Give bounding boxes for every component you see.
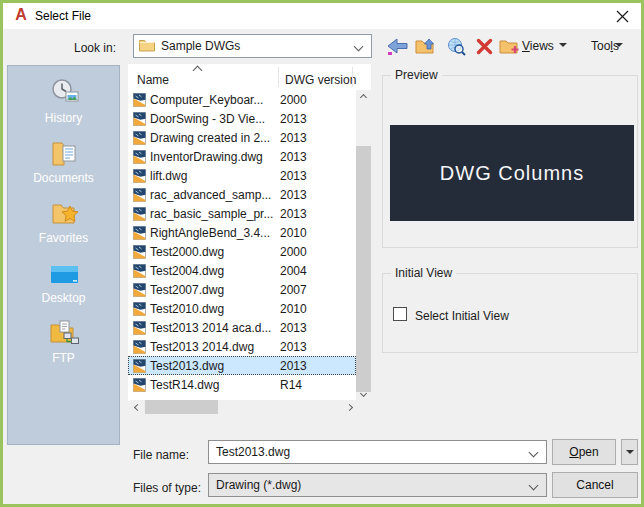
file-row[interactable]: Test2004.dwg 2004 — [128, 261, 356, 280]
file-row[interactable]: Test2007.dwg 2007 — [128, 280, 356, 299]
scroll-right-icon[interactable] — [342, 400, 356, 414]
scroll-up-icon[interactable] — [356, 90, 371, 105]
new-folder-icon[interactable] — [497, 34, 523, 58]
vertical-scrollbar[interactable] — [356, 90, 371, 401]
dwg-file-icon — [133, 245, 146, 259]
horizontal-scrollbar-thumb[interactable] — [145, 400, 218, 414]
scroll-left-icon[interactable] — [130, 400, 144, 414]
sidebar-item-ftp[interactable]: FTP — [8, 314, 119, 374]
sidebar-item-favorites[interactable]: Favorites — [8, 194, 119, 254]
select-initial-view-checkbox[interactable] — [393, 307, 407, 321]
column-divider[interactable] — [278, 67, 279, 87]
documents-icon — [47, 134, 81, 168]
file-row[interactable]: Computer_Keyboar... 2000 — [128, 90, 356, 109]
open-button[interactable]: Open — [552, 439, 616, 465]
file-version: 2013 — [280, 340, 356, 354]
open-dropdown-icon — [626, 450, 634, 454]
column-header-dwg-version[interactable]: DWG version — [285, 73, 356, 87]
horizontal-scrollbar[interactable] — [130, 400, 356, 414]
close-icon[interactable] — [611, 6, 633, 26]
file-name: Test2000.dwg — [150, 245, 224, 259]
column-divider[interactable] — [352, 67, 353, 87]
file-name-label: File name: — [133, 448, 189, 462]
dwg-file-icon — [133, 188, 146, 202]
file-row[interactable]: Test2013 2014.dwg 2013 — [128, 337, 356, 356]
select-file-dialog: A Select File Look in: Sample DWGs — [0, 0, 644, 507]
list-header: Name DWG version — [128, 64, 371, 90]
ftp-icon — [47, 314, 81, 348]
vertical-scrollbar-thumb[interactable] — [356, 146, 371, 392]
dwg-file-icon — [133, 378, 146, 392]
back-icon[interactable] — [384, 34, 410, 58]
tools-dropdown-icon[interactable] — [615, 43, 623, 47]
file-row[interactable]: lift.dwg 2013 — [128, 166, 356, 185]
dwg-file-icon — [133, 283, 146, 297]
file-row[interactable]: RightAngleBend_3.4... 2010 — [128, 223, 356, 242]
dwg-file-icon — [133, 131, 146, 145]
places-sidebar: History Documents Favorites — [7, 65, 120, 445]
chevron-down-icon — [354, 42, 364, 52]
cancel-button[interactable]: Cancel — [552, 472, 638, 498]
file-version: 2013 — [280, 359, 356, 373]
file-name: Drawing created in 2... — [150, 131, 270, 145]
file-row[interactable]: Test2013.dwg 2013 — [128, 356, 356, 375]
folder-icon — [139, 38, 155, 55]
file-name-combobox[interactable]: Test2013.dwg — [208, 440, 547, 464]
sidebar-item-label: Desktop — [41, 291, 85, 305]
file-version: 2000 — [280, 93, 356, 107]
file-name: Computer_Keyboar... — [150, 93, 263, 107]
file-rows: Computer_Keyboar... 2000 — [128, 90, 356, 394]
views-dropdown-icon[interactable] — [559, 43, 567, 47]
file-row[interactable]: Drawing created in 2... 2013 — [128, 128, 356, 147]
open-dropdown-button[interactable] — [621, 439, 638, 465]
up-one-level-icon[interactable] — [413, 34, 439, 58]
look-in-value: Sample DWGs — [161, 39, 240, 53]
scroll-down-icon[interactable] — [356, 386, 371, 401]
look-in-label: Look in: — [74, 41, 116, 55]
sidebar-item-label: Documents — [33, 171, 94, 185]
dwg-file-icon — [133, 264, 146, 278]
file-version: 2004 — [280, 264, 356, 278]
file-version: 2013 — [280, 131, 356, 145]
file-name: TestR14.dwg — [150, 378, 219, 392]
file-row[interactable]: rac_basic_sample_pr... 2013 — [128, 204, 356, 223]
sort-ascending-icon — [193, 66, 203, 76]
dwg-file-icon — [133, 359, 146, 373]
dwg-file-icon — [133, 226, 146, 240]
views-menu[interactable]: Views — [522, 39, 554, 53]
file-row[interactable]: Test2000.dwg 2000 — [128, 242, 356, 261]
chevron-down-icon — [529, 448, 539, 458]
file-row[interactable]: TestR14.dwg R14 — [128, 375, 356, 394]
preview-group: Preview DWG Columns — [382, 75, 638, 248]
file-name: RightAngleBend_3.4... — [150, 226, 270, 240]
dwg-file-icon — [133, 302, 146, 316]
desktop-icon — [47, 254, 81, 288]
sidebar-item-documents[interactable]: Documents — [8, 134, 119, 194]
dwg-file-icon — [133, 340, 146, 354]
search-web-icon[interactable] — [443, 34, 469, 58]
sidebar-item-desktop[interactable]: Desktop — [8, 254, 119, 314]
sidebar-item-label: FTP — [52, 351, 75, 365]
sidebar-item-label: History — [45, 111, 82, 125]
files-of-type-label: Files of type: — [133, 481, 201, 495]
file-version: 2013 — [280, 169, 356, 183]
file-row[interactable]: Test2010.dwg 2010 — [128, 299, 356, 318]
select-initial-view-label: Select Initial View — [415, 309, 509, 323]
dwg-file-icon — [133, 207, 146, 221]
file-version: 2013 — [280, 207, 356, 221]
delete-icon[interactable] — [471, 34, 497, 58]
look-in-dropdown[interactable]: Sample DWGs — [133, 34, 372, 58]
file-row[interactable]: DoorSwing - 3D Vie... 2013 — [128, 109, 356, 128]
file-row[interactable]: rac_advanced_samp... 2013 — [128, 185, 356, 204]
file-version: 2013 — [280, 112, 356, 126]
file-row[interactable]: InventorDrawing.dwg 2013 — [128, 147, 356, 166]
column-header-name[interactable]: Name — [137, 73, 169, 87]
chevron-down-icon — [529, 481, 539, 491]
files-of-type-combobox[interactable]: Drawing (*.dwg) — [208, 473, 547, 497]
file-row[interactable]: Test2013 2014 aca.d... 2013 — [128, 318, 356, 337]
dialog-title: Select File — [35, 9, 91, 23]
initial-view-group: Initial View Select Initial View — [382, 273, 638, 353]
dwg-file-icon — [133, 112, 146, 126]
autocad-logo-icon: A — [12, 6, 30, 24]
sidebar-item-history[interactable]: History — [8, 74, 119, 134]
